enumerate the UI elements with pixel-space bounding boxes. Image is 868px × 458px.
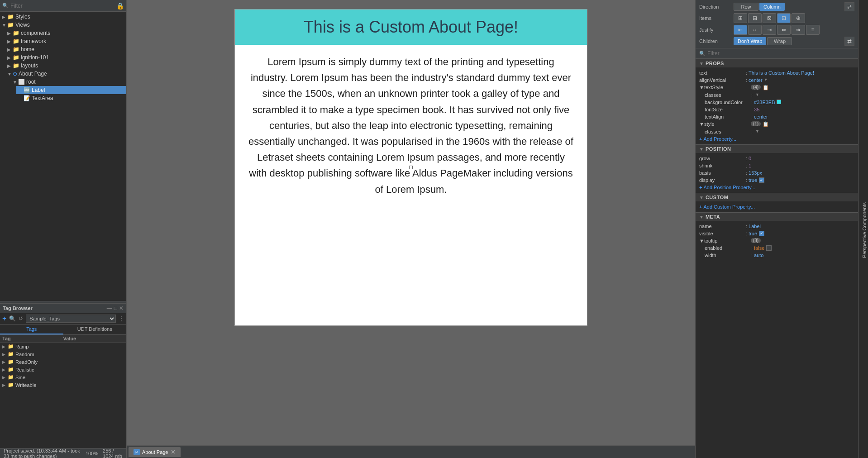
dropdown-arrow-icon[interactable]: ▼ bbox=[755, 92, 759, 97]
add-position-property-button[interactable]: Add Position Property... bbox=[699, 184, 854, 191]
tree-item-views[interactable]: ▼ 📁 Views bbox=[0, 21, 126, 29]
items-btn-2[interactable]: ⊟ bbox=[748, 13, 762, 23]
dropdown-arrow-icon[interactable]: ▼ bbox=[755, 129, 759, 134]
canvas-tab-about-page[interactable]: P About Page ✕ bbox=[129, 447, 181, 457]
custom-section-content: Add Custom Property... bbox=[696, 201, 858, 212]
tree-item-home[interactable]: ▶ 📁 home bbox=[5, 45, 126, 53]
close-icon[interactable]: ✕ bbox=[119, 305, 124, 311]
tree-item-styles[interactable]: ▶ 📁 Styles bbox=[0, 13, 126, 21]
display-checkbox[interactable] bbox=[759, 177, 764, 183]
perspective-components-label[interactable]: Perspective Components bbox=[861, 199, 868, 262]
items-btn-4[interactable]: ⊡ bbox=[777, 13, 791, 23]
tooltip-enabled-checkbox[interactable] bbox=[766, 245, 772, 251]
tags-tab[interactable]: Tags bbox=[0, 324, 63, 334]
wrap-button[interactable]: Wrap bbox=[767, 37, 792, 45]
items-btn-3[interactable]: ⊠ bbox=[763, 13, 776, 23]
direction-row-button[interactable]: Row bbox=[734, 3, 758, 11]
tree-label: Label bbox=[32, 87, 45, 93]
canvas-header-text: This is a Custom About Page! bbox=[243, 18, 579, 37]
direction-extra-button[interactable]: ⇄ bbox=[844, 2, 854, 11]
items-btn-5[interactable]: ⊕ bbox=[792, 13, 805, 23]
justify-btn-4[interactable]: ⇔ bbox=[777, 25, 791, 35]
prop-value: This is a Custom About Page! bbox=[749, 70, 814, 76]
tree-label: root bbox=[26, 79, 36, 85]
justify-btn-6[interactable]: ≡ bbox=[806, 25, 820, 35]
prop-key: visible bbox=[699, 231, 744, 236]
tree-item-ignition-101[interactable]: ▶ 📁 ignition-101 bbox=[5, 53, 126, 62]
custom-section-header[interactable]: ▼ CUSTOM bbox=[696, 193, 858, 201]
prop-style-group[interactable]: ▼ style (1) 📋 bbox=[699, 120, 854, 128]
label-icon: 🔤 bbox=[24, 87, 30, 93]
minimize-icon[interactable]: — bbox=[107, 305, 112, 311]
tag-options-button[interactable]: ⋮ bbox=[119, 315, 124, 322]
meta-section-header[interactable]: ▼ META bbox=[696, 212, 858, 221]
tag-row-writeable[interactable]: ▶ 📁 Writeable bbox=[0, 381, 126, 389]
tag-row-random[interactable]: ▶ 📁 Random bbox=[0, 350, 126, 358]
tag-row-sine[interactable]: ▶ 📁 Sine bbox=[0, 373, 126, 381]
justify-btn-5[interactable]: ⇹ bbox=[792, 25, 805, 35]
lock-icon[interactable]: 🔒 bbox=[116, 2, 124, 10]
justify-btn-group: ⇤ ↔ ⇥ ⇔ ⇹ ≡ bbox=[734, 25, 820, 35]
prop-textstyle-group[interactable]: ▼ textStyle (4) 📋 bbox=[699, 84, 854, 91]
visible-checkbox[interactable] bbox=[759, 231, 764, 236]
udt-definitions-tab[interactable]: UDT Definitions bbox=[63, 324, 127, 334]
add-custom-property-label: Add Custom Property... bbox=[703, 204, 755, 210]
justify-btn-3[interactable]: ⇥ bbox=[763, 25, 776, 35]
justify-btn-1[interactable]: ⇤ bbox=[734, 25, 747, 35]
tree-item-label[interactable]: 🔤 Label bbox=[16, 86, 126, 94]
tag-row-realistic[interactable]: ▶ 📁 Realistic bbox=[0, 366, 126, 373]
clipboard-icon[interactable]: 📋 bbox=[763, 85, 769, 91]
children-extra-button[interactable]: ⇄ bbox=[844, 37, 854, 46]
resize-handle[interactable] bbox=[409, 166, 413, 169]
tree-item-root[interactable]: ▼ ⬜ root bbox=[11, 78, 126, 86]
prop-tooltip-group[interactable]: ▼ tooltip (8) bbox=[699, 237, 854, 244]
canvas-body-text: Lorem Ipsum is simply dummy text of the … bbox=[248, 54, 573, 197]
filter-input[interactable] bbox=[10, 3, 116, 9]
search-tags-button[interactable]: 🔍 bbox=[9, 315, 16, 322]
maximize-icon[interactable]: □ bbox=[114, 305, 117, 311]
justify-btn-2[interactable]: ↔ bbox=[748, 25, 762, 35]
tag-row-ramp[interactable]: ▶ 📁 Ramp bbox=[0, 343, 126, 350]
props-section-header[interactable]: ▼ PROPS bbox=[696, 59, 858, 67]
dropdown-arrow-icon[interactable]: ▼ bbox=[764, 77, 768, 82]
expand-icon: ▼ bbox=[13, 80, 18, 85]
tree-item-textarea[interactable]: 📝 TextArea bbox=[16, 94, 126, 102]
tag-list: ▶ 📁 Ramp ▶ 📁 Random ▶ 📁 ReadOnly ▶ 📁 bbox=[0, 343, 126, 448]
prop-value: 153px bbox=[749, 170, 762, 176]
canvas-tab-close-button[interactable]: ✕ bbox=[171, 448, 176, 455]
prop-tooltip-enabled: enabled : false bbox=[705, 244, 854, 252]
add-tag-button[interactable]: + bbox=[2, 315, 6, 323]
position-section-header[interactable]: ▼ POSITION bbox=[696, 144, 858, 153]
tag-browser: Tag Browser — □ ✕ + 🔍 ↺ Sample_Tags ⋮ Ta… bbox=[0, 303, 126, 448]
dont-wrap-button[interactable]: Don't Wrap bbox=[734, 37, 766, 45]
add-custom-property-button[interactable]: Add Custom Property... bbox=[699, 203, 854, 210]
expand-icon: ▶ bbox=[7, 63, 13, 68]
tag-row-readonly[interactable]: ▶ 📁 ReadOnly bbox=[0, 358, 126, 366]
direction-label: Direction bbox=[699, 4, 731, 10]
prop-textalign: textAlign : center bbox=[705, 113, 854, 120]
canvas-scroll-area[interactable]: This is a Custom About Page! Lorem Ipsum… bbox=[127, 0, 695, 445]
add-property-button[interactable]: Add Property... bbox=[699, 135, 854, 143]
tree-item-framework[interactable]: ▶ 📁 framework bbox=[5, 37, 126, 45]
folder-icon: 📁 bbox=[13, 38, 19, 44]
refresh-tags-button[interactable]: ↺ bbox=[19, 315, 23, 322]
prop-key: style bbox=[704, 121, 749, 127]
meta-section-title: META bbox=[706, 214, 720, 219]
props-filter-input[interactable] bbox=[707, 50, 854, 57]
items-btn-1[interactable]: ⊞ bbox=[734, 13, 747, 23]
right-sidebar: Direction Row Column ⇄ Items ⊞ ⊟ ⊠ ⊡ bbox=[695, 0, 858, 458]
perspective-components-sidebar: Perspective Components bbox=[858, 0, 868, 458]
tag-source-select[interactable]: Sample_Tags bbox=[26, 315, 116, 323]
clipboard-icon[interactable]: 📋 bbox=[763, 121, 769, 127]
direction-column-button[interactable]: Column bbox=[759, 3, 785, 11]
folder-icon: 📁 bbox=[8, 374, 14, 380]
color-swatch[interactable] bbox=[777, 100, 781, 104]
tree-item-about-page[interactable]: ▼ ⊙ About Page bbox=[5, 70, 126, 78]
section-expand-icon: ▼ bbox=[699, 147, 704, 152]
prop-value: #33E3EB bbox=[754, 100, 775, 105]
prop-key: display bbox=[699, 177, 744, 183]
tree-item-components[interactable]: ▶ 📁 components bbox=[5, 29, 126, 37]
prop-visible: visible : true bbox=[699, 230, 854, 237]
tree-item-layouts[interactable]: ▶ 📁 layouts bbox=[5, 62, 126, 70]
expand-icon: ▶ bbox=[7, 47, 13, 52]
